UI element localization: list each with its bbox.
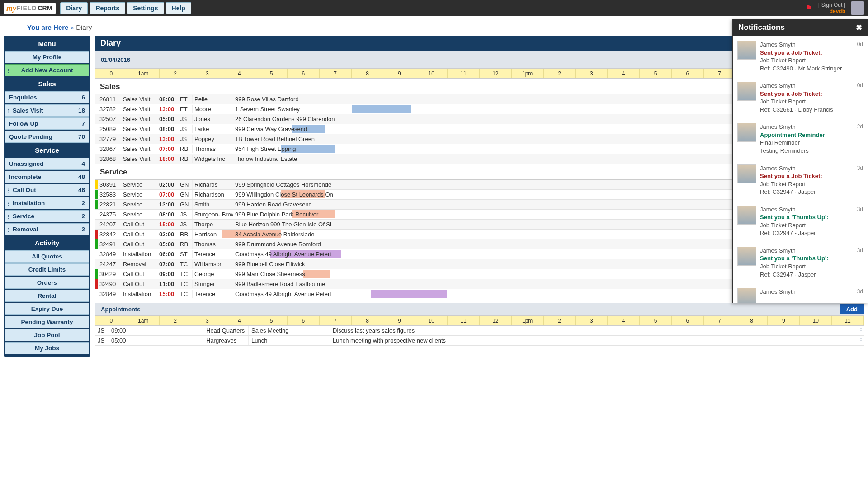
notification-item[interactable]: James Smyth0dSent you a Job Ticket:Job T…	[733, 36, 868, 77]
sidebar-item[interactable]: Pending Warranty	[5, 316, 89, 328]
appointment-row[interactable]: JS09:00Head QuartersSales MeetingDiscuss…	[95, 326, 864, 336]
sidebar-item[interactable]: Quote Pending70	[5, 131, 89, 143]
sidebar-item[interactable]: Incomplete48	[5, 171, 89, 183]
nav-diary[interactable]: Diary	[60, 2, 88, 14]
sidebar-item[interactable]: Expiry Due	[5, 303, 89, 315]
row-menu-icon[interactable]: ⋮	[855, 326, 864, 335]
sales-section-title: Sales	[100, 82, 120, 91]
logo-field: FIELD	[16, 5, 37, 12]
user-avatar[interactable]	[851, 1, 864, 15]
appointments-header: Appointments Add	[95, 303, 864, 316]
sidebar-item[interactable]: Unassigned4	[5, 158, 89, 170]
add-new-account-button[interactable]: ⋮Add New Account	[5, 64, 89, 76]
sidebar-item[interactable]: My Jobs	[5, 342, 89, 354]
nav-reports[interactable]: Reports	[90, 2, 125, 14]
logo-crm: CRM	[37, 5, 53, 12]
logo-my: my	[6, 4, 16, 13]
my-profile-button[interactable]: My Profile	[5, 51, 89, 63]
appointment-row[interactable]: JS05:00HargreavesLunchLunch meeting with…	[95, 336, 864, 346]
avatar	[737, 288, 756, 303]
flag-icon[interactable]: ⚑	[805, 3, 813, 14]
sidebar-item[interactable]: Follow Up7	[5, 117, 89, 130]
breadcrumb-arrow-icon: »	[71, 23, 74, 31]
sidebar-item[interactable]: Enquiries6	[5, 91, 89, 103]
notification-item[interactable]: James Smyth3dSent you a 'Thumbs Up':Job …	[733, 242, 868, 283]
add-appointment-button[interactable]: Add	[840, 304, 864, 314]
sidebar-service-title: Service	[5, 144, 89, 157]
avatar	[737, 123, 756, 142]
diary-date: 01/04/2016	[101, 56, 130, 63]
sidebar-item[interactable]: Credit Limits	[5, 263, 89, 276]
breadcrumb-current: Diary	[76, 23, 92, 31]
sidebar-activity-title: Activity	[5, 236, 89, 249]
row-menu-icon[interactable]: ⋮	[855, 336, 864, 345]
sidebar: Menu My Profile ⋮Add New Account Sales E…	[4, 36, 90, 359]
avatar	[737, 41, 756, 60]
notification-item[interactable]: James Smyth0dSent you a Job Ticket:Job T…	[733, 77, 868, 118]
notifications-title: Notifications	[738, 23, 785, 33]
sidebar-item[interactable]: ⋮Sales Visit18	[5, 104, 89, 117]
nav-help[interactable]: Help	[166, 2, 191, 14]
sidebar-item[interactable]: ⋮Installation2	[5, 197, 89, 209]
sidebar-item[interactable]: Job Pool	[5, 329, 89, 341]
sidebar-item[interactable]: ⋮Service2	[5, 210, 89, 222]
avatar	[737, 247, 756, 266]
nav-settings[interactable]: Settings	[127, 2, 164, 14]
sidebar-sales-title: Sales	[5, 77, 89, 90]
breadcrumb-here: You are Here	[27, 23, 68, 31]
sidebar-item[interactable]: Orders	[5, 277, 89, 289]
notification-item[interactable]: James Smyth3dSent you a Job Ticket:Job T…	[733, 160, 868, 201]
avatar	[737, 82, 756, 101]
sidebar-item[interactable]: Rental	[5, 290, 89, 302]
topbar: myFIELDCRM DiaryReportsSettingsHelp ⚑ [ …	[0, 0, 868, 16]
sign-out-link[interactable]: [ Sign Out ]	[818, 2, 845, 8]
close-icon[interactable]: ✖	[856, 23, 862, 33]
appointments-title: Appointments	[95, 303, 840, 315]
signout-block: [ Sign Out ] devdb	[818, 2, 845, 15]
sidebar-menu-title: Menu	[5, 37, 89, 50]
notification-item[interactable]: James Smyth3d	[733, 283, 868, 303]
notifications-panel: Notifications ✖ James Smyth0dSent you a …	[732, 19, 868, 303]
sidebar-item[interactable]: ⋮Removal2	[5, 223, 89, 235]
notification-item[interactable]: James Smyth3dSent you a 'Thumbs Up':Job …	[733, 201, 868, 242]
avatar	[737, 206, 756, 225]
avatar	[737, 164, 756, 183]
sidebar-item[interactable]: All Quotes	[5, 250, 89, 263]
sidebar-item[interactable]: ⋮Call Out46	[5, 184, 89, 196]
top-nav: DiaryReportsSettingsHelp	[60, 2, 191, 14]
appointments-timeline: 01am234567891011121pm234567891011	[95, 316, 864, 326]
notification-item[interactable]: James Smyth2dAppointment Reminder:Final …	[733, 118, 868, 160]
service-section-title: Service	[100, 168, 127, 177]
db-name: devdb	[818, 8, 845, 14]
logo: myFIELDCRM	[4, 3, 56, 14]
